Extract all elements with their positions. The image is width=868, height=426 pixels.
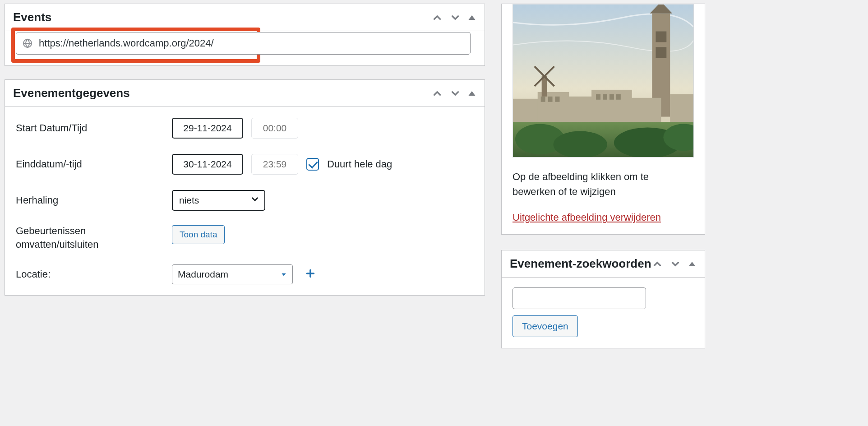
event-data-panel-title: Evenementgegevens [13, 86, 130, 100]
featured-image-caption: Op de afbeelding klikken om te bewerken … [512, 169, 694, 199]
all-day-label: Duurt hele dag [327, 158, 392, 170]
svg-rect-19 [555, 97, 560, 102]
events-panel-header: Events [5, 4, 485, 31]
svg-rect-11 [513, 99, 540, 124]
svg-marker-2 [469, 91, 476, 96]
include-exclude-label: Gebeurtenissen omvatten/uitsluiten [16, 224, 172, 251]
add-keyword-button[interactable]: Toevoegen [512, 315, 578, 337]
move-down-icon[interactable] [669, 258, 681, 270]
toggle-panel-icon[interactable] [467, 89, 476, 98]
website-input[interactable] [16, 32, 471, 55]
move-up-icon[interactable] [431, 12, 443, 23]
location-select[interactable]: Madurodam [172, 264, 293, 284]
svg-rect-9 [656, 32, 666, 42]
svg-point-31 [554, 131, 607, 157]
svg-rect-17 [541, 97, 545, 102]
move-up-icon[interactable] [431, 88, 443, 99]
remove-featured-image-link[interactable]: Uitgelichte afbeelding verwijderen [512, 212, 661, 223]
all-day-checkbox[interactable] [306, 158, 319, 171]
featured-image-thumbnail[interactable] [512, 4, 694, 157]
toggle-panel-icon[interactable] [688, 259, 697, 269]
featured-image-panel: Op de afbeelding klikken om te bewerken … [501, 4, 705, 235]
caret-down-icon [281, 269, 287, 280]
add-location-icon[interactable] [301, 267, 315, 282]
svg-marker-3 [282, 273, 286, 276]
svg-rect-13 [567, 97, 594, 124]
svg-rect-21 [603, 94, 607, 100]
end-time-input[interactable] [251, 154, 298, 175]
repeat-select[interactable]: niets [172, 190, 265, 211]
svg-marker-34 [689, 262, 696, 266]
event-data-panel: Evenementgegevens Start Datum/Tijd [5, 79, 485, 296]
move-up-icon[interactable] [651, 258, 663, 270]
svg-rect-20 [596, 94, 600, 100]
keywords-panel-title: Evenement-zoekwoorden [510, 257, 651, 271]
keywords-panel-header: Evenement-zoekwoorden [502, 250, 705, 278]
svg-rect-15 [630, 98, 661, 125]
location-select-value: Madurodam [178, 269, 228, 280]
start-date-input[interactable] [172, 118, 243, 139]
start-time-input[interactable] [251, 118, 298, 139]
globe-icon [22, 38, 33, 49]
repeat-label: Herhaling [16, 194, 172, 206]
toggle-panel-icon[interactable] [467, 13, 476, 22]
event-data-panel-header: Evenementgegevens [5, 80, 485, 107]
move-down-icon[interactable] [449, 88, 461, 99]
end-date-label: Einddatum/-tijd [16, 158, 172, 170]
start-date-label: Start Datum/Tijd [16, 122, 172, 134]
move-down-icon[interactable] [449, 12, 461, 23]
events-panel: Events Website [5, 4, 485, 66]
end-date-input[interactable] [172, 154, 243, 175]
repeat-select-value: niets [179, 195, 199, 206]
location-label: Locatie: [16, 269, 172, 280]
svg-rect-16 [670, 94, 693, 126]
keywords-panel: Evenement-zoekwoorden Toevoegen [501, 250, 705, 348]
chevron-down-icon [250, 194, 260, 207]
svg-rect-22 [609, 94, 614, 100]
keyword-input[interactable] [512, 287, 646, 309]
svg-rect-18 [548, 97, 553, 102]
show-data-button[interactable]: Toon data [172, 225, 225, 244]
events-panel-title: Events [13, 10, 51, 24]
svg-rect-10 [656, 47, 666, 58]
svg-rect-23 [616, 94, 621, 100]
svg-marker-0 [469, 15, 476, 20]
